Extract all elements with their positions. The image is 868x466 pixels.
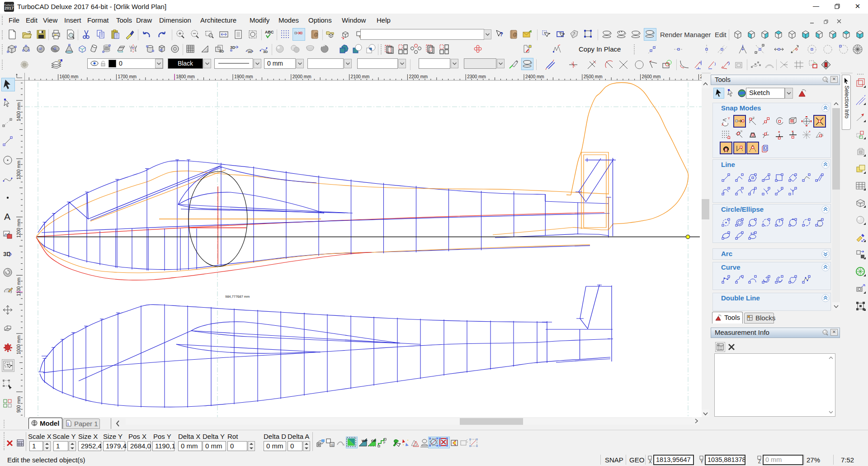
svg-text:1900 mm: 1900 mm [234,74,253,79]
svg-text:900 mm: 900 mm [16,396,21,413]
svg-text:1000 mm: 1000 mm [16,336,21,355]
svg-text:ABC: ABC [265,30,274,34]
svg-text:F: F [383,441,386,445]
svg-text:2200 mm: 2200 mm [409,74,428,79]
svg-text:×: × [778,130,780,134]
svg-text:A: A [4,211,10,222]
svg-text:984,777687 mm: 984,777687 mm [225,295,250,299]
svg-text:2500 mm: 2500 mm [584,74,603,79]
svg-text:a b: a b [750,232,755,235]
svg-text:Z: Z [758,459,761,464]
svg-text:1300 mm: 1300 mm [16,161,21,180]
svg-text:@: @ [314,32,318,37]
svg-text:2300 mm: 2300 mm [467,74,486,79]
svg-text:1800 mm: 1800 mm [176,74,195,79]
svg-text:Y: Y [728,117,730,120]
svg-text:1100 mm: 1100 mm [16,277,21,296]
svg-text:1: 1 [67,422,69,426]
svg-text:2000 mm: 2000 mm [292,74,311,79]
svg-text:1600 mm: 1600 mm [60,74,79,79]
svg-text:2600 mm: 2600 mm [642,74,661,79]
svg-text:×: × [809,130,811,133]
svg-text:3D: 3D [263,50,268,54]
svg-text:2400 mm: 2400 mm [525,74,544,79]
svg-text:X: X [649,459,652,464]
svg-text:CP: CP [371,439,377,443]
svg-text:×: × [792,129,794,133]
svg-text:Y: Y [700,459,703,464]
svg-text:3D: 3D [248,50,252,54]
svg-text:1400 mm: 1400 mm [16,102,21,121]
svg-text:?: ? [500,31,503,38]
svg-text:G: G [331,443,333,447]
svg-text:@: @ [513,32,517,37]
svg-text:1200 mm: 1200 mm [16,219,21,238]
svg-text:1700 mm: 1700 mm [118,74,137,79]
svg-text:3D: 3D [230,45,236,50]
svg-text:X: X [722,123,724,126]
svg-text:2700 r: 2700 r [700,74,702,79]
svg-text:2100 mm: 2100 mm [351,74,370,79]
svg-text:3D: 3D [219,49,224,53]
